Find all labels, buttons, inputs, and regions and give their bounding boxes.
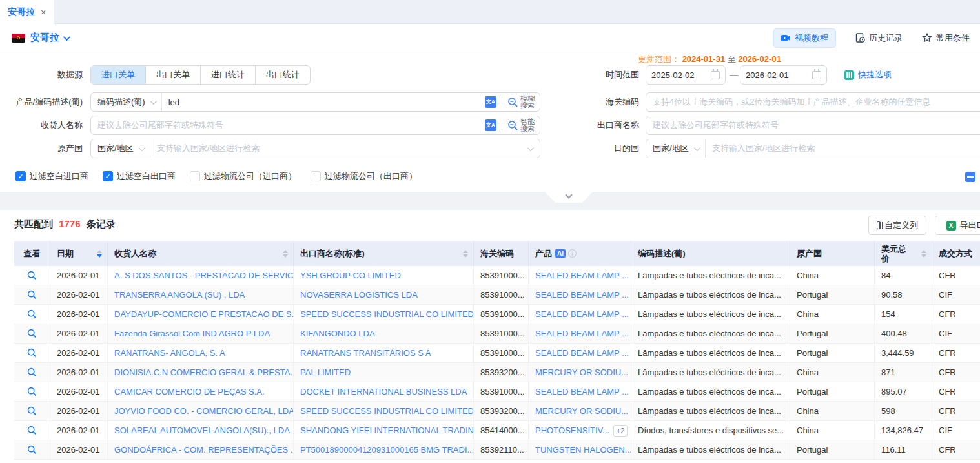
exporter-link[interactable]: SPEED SUCCESS INDUSTRIAL CO LIMITED	[300, 309, 473, 319]
view-record-button[interactable]	[14, 382, 50, 401]
checkbox-checked-icon[interactable]: ✓	[15, 171, 26, 181]
info-icon[interactable]: i	[568, 249, 577, 258]
consignee-link[interactable]: GONDOÁFRICA - COM. REPRESENTAÇÕES ...	[114, 445, 293, 455]
consignee-link[interactable]: RANATRANS- ANGOLA, S. A	[114, 348, 225, 358]
consignee-link[interactable]: Fazenda Girassol Com IND AGRO P LDA	[114, 329, 270, 338]
product-link[interactable]: SEALED BEAM LAMP ...	[535, 271, 629, 280]
col-date[interactable]: 日期	[50, 241, 108, 266]
view-record-button[interactable]	[14, 344, 50, 362]
origin-country-label: 原产国	[0, 139, 83, 158]
consignee-label: 收货人名称	[0, 116, 83, 135]
product-link[interactable]: TUNGSTEN HALOGEN...	[535, 445, 631, 455]
fuzzy-search-button[interactable]: 模糊搜索	[507, 95, 540, 109]
save-condition-icon[interactable]	[965, 172, 975, 182]
chevron-down-icon	[565, 191, 572, 198]
checkbox-unchecked-icon[interactable]	[311, 171, 321, 181]
description-cell: Lâmpadas e tubos eléctricos de inca...	[631, 285, 790, 304]
product-link[interactable]: SEALED BEAM LAMP ...	[535, 309, 629, 319]
col-consignee[interactable]: 收货人名称	[108, 241, 294, 266]
checkbox-unchecked-icon[interactable]	[190, 171, 200, 181]
exporter-link[interactable]: SPEED SUCCESS INDUSTRIAL CO LIMITED	[300, 406, 473, 416]
sort-icon[interactable]	[463, 250, 468, 258]
consignee-link[interactable]: JOYVIO FOOD CO. - COMERCIO GERAL, LDA	[114, 406, 293, 416]
destination-input[interactable]: 支持输入国家/地区进行检索	[706, 143, 980, 154]
consignee-link[interactable]: DIONISIA.C.N COMERCIO GERAL & PRESTA...	[114, 367, 293, 377]
sort-icon[interactable]	[97, 250, 102, 258]
date-cell: 2026-02-01	[50, 363, 108, 382]
checkbox-checked-icon[interactable]: ✓	[103, 171, 113, 181]
filter-blank-exporter-checkbox[interactable]: ✓ 过滤空白出口商	[103, 170, 176, 182]
smart-search-button[interactable]: 智能搜索	[507, 118, 540, 132]
favorites-button[interactable]: 常用条件	[922, 32, 970, 44]
consignee-link[interactable]: DAYDAYUP-COMERCIO E PRESTACAO DE S...	[114, 309, 293, 319]
start-date-input[interactable]: 2025-02-02	[646, 65, 726, 85]
destination-region-select[interactable]: 国家/地区	[646, 139, 706, 158]
product-link[interactable]: MERCURY OR SODIU...	[535, 406, 628, 416]
sort-icon[interactable]	[283, 250, 288, 258]
view-record-button[interactable]	[14, 266, 50, 285]
exporter-link[interactable]: NOVASERRA LOGISTICS LDA	[300, 290, 418, 300]
col-exporter[interactable]: 出口商名称(标准)	[294, 241, 474, 266]
exporter-link[interactable]: SHANDONG YIFEI INTERNATIONAL TRADIN...	[300, 426, 473, 435]
hs-code-input[interactable]: 支持4位以上海关编码，或2位海关编码加上产品描述、企业名称的任意信息	[646, 92, 980, 112]
view-record-button[interactable]	[14, 402, 50, 420]
tab-angola[interactable]: 安哥拉 ×	[0, 0, 54, 24]
view-record-button[interactable]	[14, 440, 50, 459]
magnifier-icon	[27, 271, 37, 280]
video-tutorial-button[interactable]: 视频教程	[773, 28, 836, 48]
origin-region-select[interactable]: 国家/地区	[91, 139, 150, 158]
product-link[interactable]: SEALED BEAM LAMP ...	[535, 329, 629, 338]
incoterm-cell: CFR	[932, 266, 980, 285]
end-date-input[interactable]: 2026-02-01	[740, 65, 827, 85]
export-excel-button[interactable]: X 导出Exc	[935, 216, 980, 235]
product-extra-badge[interactable]: +2	[613, 425, 628, 437]
customize-columns-button[interactable]: 自定义列	[868, 216, 926, 235]
view-record-button[interactable]	[14, 285, 50, 304]
collapse-filters-handle[interactable]	[545, 192, 593, 203]
exporter-input[interactable]: 建议去除公司尾部字符或特殊符号	[646, 116, 980, 135]
exporter-link[interactable]: KIFANGONDO LDA	[300, 329, 375, 338]
filter-logistics-importer-checkbox[interactable]: 过滤物流公司（进口商）	[190, 170, 296, 182]
exporter-link[interactable]: YSH GROUP CO LIMITED	[300, 271, 401, 280]
product-link[interactable]: SEALED BEAM LAMP ...	[535, 387, 629, 396]
hs-code-label: 海关编码	[562, 92, 639, 112]
tab-import-declarations[interactable]: 进口关单	[91, 66, 145, 84]
exporter-link[interactable]: PT50018900004120931000165 BMG TRADI...	[300, 445, 473, 455]
filter-blank-importer-checkbox[interactable]: ✓ 过滤空白进口商	[15, 170, 88, 182]
country-title[interactable]: 安哥拉	[30, 32, 59, 44]
consignee-link[interactable]: SOLAREAL AUTOMOVEL ANGOLA(SU)., LDA	[114, 426, 290, 435]
close-icon[interactable]: ×	[41, 7, 46, 17]
filter-logistics-exporter-checkbox[interactable]: 过滤物流公司（出口商）	[311, 170, 417, 182]
product-search-input[interactable]: led	[162, 98, 485, 107]
sort-icon[interactable]	[921, 250, 926, 258]
view-record-button[interactable]	[14, 421, 50, 440]
consignee-input[interactable]: 建议去除公司尾部字符或特殊符号	[91, 119, 485, 131]
history-button[interactable]: 历史记录	[855, 32, 903, 44]
consignee-link[interactable]: TRANSERRA ANGOLA (SU) , LDA	[114, 290, 245, 300]
view-record-button[interactable]	[14, 324, 50, 343]
origin-cell: Portugal	[790, 440, 875, 459]
product-field-select[interactable]: 编码描述(葡)	[91, 93, 162, 111]
consignee-link[interactable]: A. S DOS SANTOS - PRESTACAO DE SERVIC...	[114, 271, 293, 280]
exporter-link[interactable]: RANATRANS TRANSITÁRIOS S A	[300, 348, 431, 358]
consignee-link[interactable]: CAMICAR COMERCIO DE PEÇAS S.A.	[114, 387, 265, 396]
exporter-link[interactable]: PAL LIMITED	[300, 367, 351, 377]
product-link[interactable]: SEALED BEAM LAMP ...	[535, 348, 629, 358]
product-link[interactable]: SEALED BEAM LAMP ...	[535, 290, 629, 300]
view-record-button[interactable]	[14, 305, 50, 324]
tab-import-statistics[interactable]: 进口统计	[200, 66, 255, 84]
tab-export-statistics[interactable]: 出口统计	[255, 66, 310, 84]
translate-icon[interactable]: 文A	[485, 96, 496, 108]
date-cell: 2026-02-01	[50, 421, 108, 440]
quick-options-button[interactable]: 快捷选项	[844, 65, 892, 85]
col-usd-total[interactable]: 美元总价	[875, 241, 932, 266]
product-link[interactable]: MERCURY OR SODIU...	[535, 367, 628, 377]
origin-country-input[interactable]: 支持输入国家/地区进行检索	[150, 143, 527, 154]
product-link[interactable]: PHOTOSENSITIV...	[535, 426, 609, 435]
exporter-link[interactable]: DOCKET INTERNATIONAL BUSINESS LDA	[300, 387, 467, 396]
view-record-button[interactable]	[14, 363, 50, 382]
translate-icon[interactable]: 文A	[485, 119, 496, 131]
chevron-down-icon[interactable]	[63, 33, 70, 40]
tab-export-declarations[interactable]: 出口关单	[145, 66, 200, 84]
incoterm-cell: CFR	[932, 440, 980, 459]
